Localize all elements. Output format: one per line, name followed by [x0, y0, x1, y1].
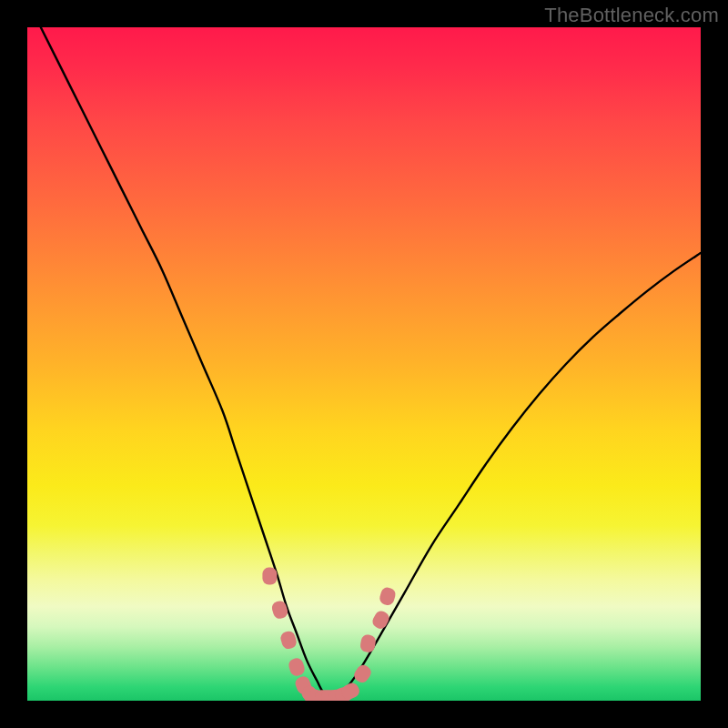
bottleneck-curve	[41, 27, 701, 697]
valley-marker	[359, 633, 377, 653]
attribution-text: TheBottleneck.com	[544, 4, 719, 27]
chart-frame: TheBottleneck.com	[0, 0, 728, 728]
chart-svg	[27, 27, 701, 701]
valley-marker	[262, 568, 277, 585]
valley-marker	[379, 586, 398, 607]
valley-marker	[288, 657, 307, 678]
plot-area	[27, 27, 701, 701]
valley-markers	[262, 568, 397, 701]
valley-marker	[370, 609, 391, 631]
valley-marker	[279, 630, 298, 651]
valley-marker	[352, 662, 374, 685]
